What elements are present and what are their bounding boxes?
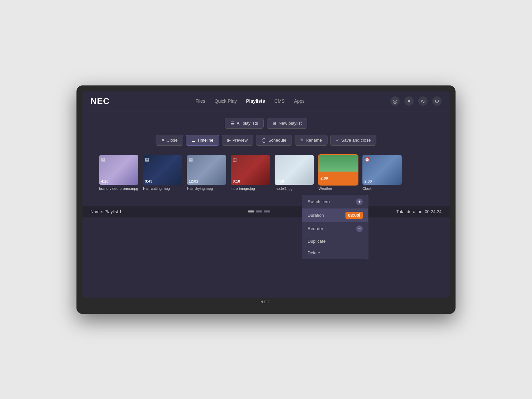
duration-badge: 12:01 <box>189 179 198 183</box>
context-menu-delete[interactable]: Delete <box>302 247 368 259</box>
scroll-dot-3 <box>264 210 270 212</box>
play-icon: ▶ <box>227 138 231 143</box>
media-name: brand-video-promo.mpg <box>99 187 138 191</box>
close-icon: ✕ <box>161 138 165 143</box>
scroll-dot-2 <box>256 210 262 212</box>
schedule-button[interactable]: ◯ Schedule <box>256 135 292 146</box>
plus-circle-icon: ⊕ <box>273 121 277 126</box>
scroll-indicators <box>248 210 270 212</box>
duration-text: 03 <box>348 213 353 218</box>
media-name: model1.jpg <box>275 187 314 191</box>
bottom-bar: Name: Playlist 1 Total duration: 00:24:2… <box>82 206 450 217</box>
media-name: Hair-drying.mpg <box>187 187 226 191</box>
close-button[interactable]: ✕ Close <box>156 135 183 146</box>
nav-link-files[interactable]: Files <box>196 98 205 104</box>
nav-icons: ◎ ● ∿ ⚙ <box>390 96 442 106</box>
checkmark-icon: ✓ <box>336 138 339 143</box>
context-menu-switch-item[interactable]: Switch item + <box>302 195 368 208</box>
top-nav: NEC Files Quick Play Playlists CMS Apps … <box>82 91 450 111</box>
media-item-weather[interactable]: ⇧ 2:00 Weather <box>319 155 358 191</box>
duration-label: Duration <box>308 213 324 218</box>
duration-badge: 0:10 <box>233 179 240 183</box>
media-name: Clock <box>362 187 402 191</box>
weather-icon: ⇧ <box>321 157 325 162</box>
nav-link-playlists[interactable]: Playlists <box>246 98 265 104</box>
video-icon: ▩ <box>101 157 105 162</box>
context-menu-duration[interactable]: Duration 03:00 <box>302 208 368 222</box>
timeline-icon: ⚊ <box>192 138 196 143</box>
new-playlist-label: New playlist <box>279 121 302 126</box>
tv-brand-label: NEC <box>82 300 450 304</box>
duration-cursor <box>359 213 360 217</box>
rename-button[interactable]: ✎ Rename <box>295 135 328 146</box>
context-menu-reorder[interactable]: Reorder − <box>302 222 368 235</box>
all-playlists-label: All playlists <box>237 121 258 126</box>
settings-icon[interactable]: ⚙ <box>432 96 442 106</box>
media-item[interactable]: ▩ 3:43 Hair-cutting.mpg <box>143 155 182 191</box>
timeline-button[interactable]: ⚊ Timeline <box>186 135 219 146</box>
media-name: intro-image.jpg <box>231 187 270 191</box>
nav-link-quickplay[interactable]: Quick Play <box>214 98 237 104</box>
rename-label: Rename <box>306 138 322 143</box>
wifi-icon[interactable]: ∿ <box>418 96 428 106</box>
context-menu: Switch item + Duration 03:00 Reorder <box>302 195 368 259</box>
user-icon[interactable]: ◎ <box>390 96 400 106</box>
close-label: Close <box>167 138 178 143</box>
globe-icon[interactable]: ● <box>404 96 414 106</box>
switch-item-plus[interactable]: + <box>356 199 363 205</box>
switch-item-label: Switch item <box>308 199 330 204</box>
list-icon: ☰ <box>230 121 235 126</box>
save-and-close-label: Save and close <box>341 138 371 143</box>
media-item[interactable]: ◫ 0:10 intro-image.jpg <box>231 155 270 191</box>
video-icon: ▩ <box>189 157 193 162</box>
media-item-clock[interactable]: ⏰ 2:00 Clock <box>362 155 402 191</box>
media-name: Weather <box>319 187 358 191</box>
duration-badge: 0:10 <box>277 179 284 183</box>
schedule-label: Schedule <box>268 138 286 143</box>
reorder-minus[interactable]: − <box>356 225 363 232</box>
duration-badge: 2:00 <box>364 179 372 183</box>
media-item[interactable]: ▩ 12:01 Hair-drying.mpg <box>187 155 226 191</box>
duration-badge: 3:43 <box>145 179 152 183</box>
reorder-label: Reorder <box>308 226 323 231</box>
media-grid: ▩ 4:20 brand-video-promo.mpg ▩ 3:43 Hair… <box>96 155 436 191</box>
nav-logo: NEC <box>90 96 110 106</box>
rename-icon: ✎ <box>300 138 304 143</box>
image-icon: ◫ <box>233 157 237 162</box>
duration-value[interactable]: 03:00 <box>345 212 363 219</box>
nav-link-apps[interactable]: Apps <box>294 98 305 104</box>
schedule-icon: ◯ <box>262 138 267 143</box>
duration-input-group: 03:00 <box>345 212 363 219</box>
timeline-label: Timeline <box>197 138 213 143</box>
save-and-close-button[interactable]: ✓ Save and close <box>330 135 376 146</box>
context-menu-duplicate[interactable]: Duplicate <box>302 235 368 247</box>
clock-icon: ⏰ <box>364 157 370 162</box>
weather-duration: 2:00 <box>321 176 328 180</box>
video-icon: ▩ <box>145 157 149 162</box>
tv-monitor: NEC Files Quick Play Playlists CMS Apps … <box>76 85 456 314</box>
duration-seconds: 00 <box>354 213 359 218</box>
image-icon: ◫ <box>277 157 281 162</box>
total-duration: Total duration: 00:24:24 <box>396 209 442 214</box>
all-playlists-button[interactable]: ☰ All playlists <box>225 118 264 129</box>
preview-button[interactable]: ▶ Preview <box>222 135 253 146</box>
media-item[interactable]: ◫ 0:10 model1.jpg <box>275 155 314 191</box>
delete-label: Delete <box>308 250 320 255</box>
main-content: ☰ All playlists ⊕ New playlist ✕ Close ⚊… <box>82 111 450 196</box>
media-name: Hair-cutting.mpg <box>143 187 182 191</box>
duplicate-label: Duplicate <box>308 239 326 244</box>
nav-link-cms[interactable]: CMS <box>274 98 285 104</box>
duration-badge: 4:20 <box>101 179 108 183</box>
toolbar: ✕ Close ⚊ Timeline ▶ Preview ◯ Schedule … <box>96 135 436 146</box>
tv-screen: NEC Files Quick Play Playlists CMS Apps … <box>82 91 450 298</box>
new-playlist-button[interactable]: ⊕ New playlist <box>267 118 307 129</box>
nav-links: Files Quick Play Playlists CMS Apps <box>196 98 305 104</box>
playlist-name: Name: Playlist 1 <box>90 209 122 214</box>
preview-label: Preview <box>232 138 248 143</box>
scroll-dot-1 <box>248 210 254 212</box>
playlist-header: ☰ All playlists ⊕ New playlist <box>96 118 436 129</box>
media-item[interactable]: ▩ 4:20 brand-video-promo.mpg <box>99 155 138 191</box>
